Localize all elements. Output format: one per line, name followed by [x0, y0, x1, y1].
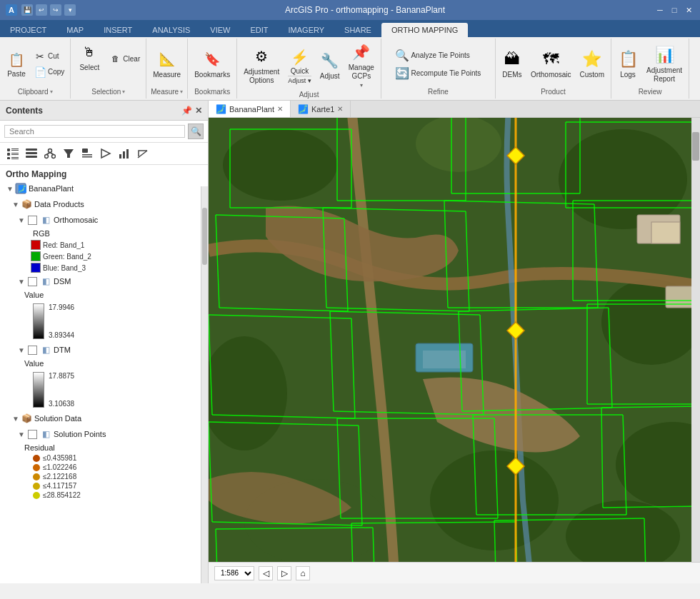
quick-adjust-button[interactable]: ⚡ Quick Adjust ▾: [284, 45, 315, 86]
minimize-btn[interactable]: ─: [654, 4, 666, 16]
list-view-btn[interactable]: [4, 145, 21, 162]
orthomosaic-button[interactable]: 🗺 Orthomosaic: [527, 47, 575, 81]
bookmarks-button[interactable]: 🔖 Bookmarks: [191, 47, 234, 81]
dtm-checkbox[interactable]: [28, 346, 37, 355]
draw-btn[interactable]: [79, 145, 96, 162]
redo-icon[interactable]: ↪: [50, 4, 61, 16]
tab-map[interactable]: MAP: [56, 23, 94, 37]
map-tab-close-karte[interactable]: ✕: [337, 105, 343, 113]
tab-project[interactable]: PROJECT: [0, 23, 56, 37]
close-btn[interactable]: ✕: [683, 4, 694, 16]
tab-analysis[interactable]: ANALYSIS: [142, 23, 200, 37]
customize-icon[interactable]: ▾: [64, 4, 76, 16]
solution-data-label: Solution Data: [33, 414, 81, 423]
tree-item-solution-data[interactable]: ▼ 📦 Solution Data: [0, 411, 208, 426]
adjustment-options-button[interactable]: ⚙ AdjustmentOptions: [240, 44, 283, 87]
tree-item-dsm[interactable]: ▼ ◧ DSM: [0, 273, 208, 289]
dtm-expand: ▼: [17, 346, 26, 354]
custom-icon: ⭐: [582, 49, 602, 69]
map-vertical-scrollbar[interactable]: [691, 118, 700, 562]
map-svg: [209, 118, 700, 562]
adjust-button[interactable]: 🔧 Adjust: [316, 49, 344, 83]
manage-gcps-button[interactable]: 📌 ManageGCPs ▾: [345, 40, 378, 91]
legend-item-green: Green: Band_2: [0, 251, 208, 262]
save-icon[interactable]: 💾: [21, 4, 33, 16]
search-button[interactable]: 🔍: [188, 124, 204, 139]
scale-select[interactable]: 1:586: [214, 566, 254, 580]
measure-button[interactable]: 📐 Measure: [149, 47, 184, 81]
tree-item-dtm[interactable]: ▼ ◧ DTM: [0, 342, 208, 358]
tree-item-bananaPlant[interactable]: ▼ 🗾 BananaPlant: [0, 181, 208, 196]
map-tab-close-banana[interactable]: ✕: [277, 105, 283, 113]
arrow-btn[interactable]: [134, 145, 151, 162]
sidebar-close-icon[interactable]: ✕: [195, 106, 202, 116]
sidebar-scrollbar-thumb[interactable]: [202, 208, 207, 265]
bananaPlant-expand: ▼: [6, 185, 14, 193]
quick-adjust-dropdown[interactable]: Adjust ▾: [288, 76, 311, 84]
tab-imagery[interactable]: IMAGERY: [279, 23, 335, 37]
select-button[interactable]: 🖱 Select: [74, 40, 105, 74]
orthomosaic-checkbox[interactable]: [28, 216, 37, 225]
cut-button[interactable]: ✂ Cut: [31, 49, 67, 64]
paste-button[interactable]: 📋 Paste: [3, 48, 30, 81]
tab-view[interactable]: VIEW: [200, 23, 240, 37]
orthomosaic-label: Orthomosaic: [531, 71, 571, 79]
recompute-tie-points-button[interactable]: 🔄 Recompute Tie Points: [392, 65, 484, 81]
window-controls: ─ □ ✕: [654, 4, 694, 16]
logs-button[interactable]: 📋 Logs: [614, 47, 641, 81]
group-btn[interactable]: [41, 145, 59, 162]
measure-group-label: Measure ▾: [151, 88, 183, 97]
clear-button[interactable]: 🗑 Clear: [106, 53, 143, 64]
detail-view-btn[interactable]: [23, 145, 40, 162]
tree-item-data-products[interactable]: ▼ 📦 Data Products: [0, 196, 208, 212]
tab-share[interactable]: SHARE: [334, 23, 381, 37]
dsm-expand: ▼: [17, 278, 26, 286]
measure-expand-icon[interactable]: ▾: [180, 89, 183, 95]
map-tab-banana-plant[interactable]: 🗾 BananaPlant ✕: [209, 101, 291, 117]
adjust-icon: 🔧: [320, 51, 340, 71]
selection-expand-icon[interactable]: ▾: [122, 89, 125, 95]
label-btn[interactable]: [97, 145, 114, 162]
legend-item-res5: ≤28.854122: [0, 490, 208, 500]
res1-dot: [33, 455, 40, 462]
chart-btn[interactable]: [116, 145, 133, 162]
dtm-value-label: Value: [23, 359, 44, 368]
analyze-tie-points-button[interactable]: 🔍 Analyze Tie Points: [392, 47, 484, 64]
bananaPlant-icon: 🗾: [14, 182, 27, 195]
svg-rect-8: [11, 158, 19, 159]
svg-rect-21: [119, 154, 121, 158]
res3-dot: [33, 473, 40, 480]
custom-button[interactable]: ⭐ Custom: [576, 47, 608, 81]
adjustment-report-button[interactable]: 📊 AdjustmentReport: [643, 43, 686, 86]
dems-button[interactable]: 🏔 DEMs: [499, 47, 526, 81]
tab-insert[interactable]: INSERT: [94, 23, 142, 37]
map-tab-karte1[interactable]: 🗾 Karte1 ✕: [291, 101, 351, 117]
tree-item-orthomosaic[interactable]: ▼ ◧ Orthomosaic: [0, 212, 208, 228]
ortho-mapping-title: Ortho Mapping: [0, 165, 208, 181]
app-title: ArcGIS Pro - orthomapping - BananaPlant: [285, 5, 445, 15]
tab-ortho-mapping[interactable]: ORTHO MAPPING: [381, 23, 468, 37]
tab-edit[interactable]: EDIT: [240, 23, 278, 37]
ribbon-group-measure: 📐 Measure Measure ▾: [146, 39, 188, 99]
sidebar-scrollbar[interactable]: [201, 186, 208, 583]
tree-item-solution-points[interactable]: ▼ ◧ Solution Points: [0, 426, 208, 442]
copy-button[interactable]: 📄 Copy: [31, 65, 67, 79]
search-input[interactable]: [4, 125, 185, 138]
sidebar-pin-icon[interactable]: 📌: [181, 106, 192, 116]
filter-btn[interactable]: [60, 145, 77, 162]
prev-extent-btn[interactable]: ◁: [259, 566, 273, 580]
home-btn[interactable]: ⌂: [296, 566, 310, 580]
solution-points-checkbox[interactable]: [28, 430, 37, 439]
next-extent-btn[interactable]: ▷: [277, 566, 291, 580]
dems-label: DEMs: [502, 71, 521, 79]
map-scrollbar-thumb[interactable]: [692, 132, 699, 161]
dsm-values: 17.9946 3.89344: [49, 303, 74, 339]
map-canvas[interactable]: [209, 118, 700, 562]
maximize-btn[interactable]: □: [669, 4, 680, 16]
clipboard-expand-icon[interactable]: ▾: [50, 89, 53, 95]
legend-item-blue: Blue: Band_3: [0, 262, 208, 273]
tree-item-dsm-value-label: Value: [0, 289, 208, 301]
undo-icon[interactable]: ↩: [36, 4, 47, 16]
dsm-checkbox[interactable]: [28, 277, 37, 286]
select-label: Select: [79, 64, 99, 72]
